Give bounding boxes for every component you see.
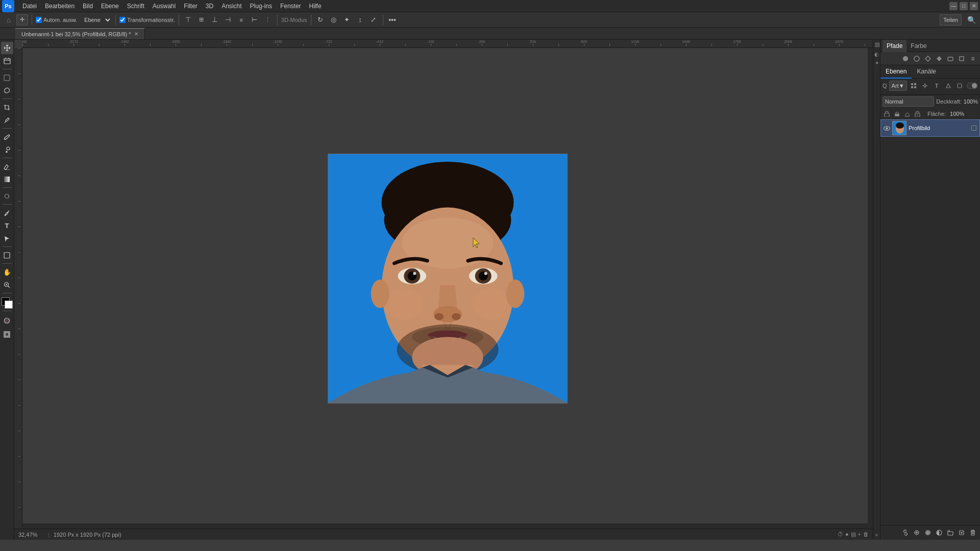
new-layer-btn[interactable] <box>957 528 967 538</box>
eyedropper-tool[interactable] <box>1 114 13 126</box>
tab-kanaele[interactable]: Kanäle <box>912 65 941 79</box>
brush-tool[interactable] <box>1 131 13 143</box>
filter-smartobj-icon[interactable] <box>955 81 965 91</box>
panel-options-icon[interactable]: ≡ <box>968 54 978 64</box>
stamp-tool[interactable] <box>1 143 13 156</box>
add-mask-btn[interactable] <box>923 528 933 538</box>
styles-panel-icon[interactable]: ✦ <box>875 60 879 66</box>
tool-preset-picker[interactable]: ✛ <box>16 14 28 26</box>
pen-tool[interactable] <box>1 207 13 219</box>
align-bottom-btn[interactable]: ⊥ <box>209 14 220 26</box>
align-top-btn[interactable]: ⊤ <box>183 14 194 26</box>
menu-hilfe[interactable]: Hilfe <box>305 0 326 12</box>
selection-tool[interactable] <box>1 71 13 84</box>
layer-icon-status[interactable]: ▤ <box>851 531 856 538</box>
layer-visibility-eye[interactable] <box>883 124 890 132</box>
vertical-scrollbar[interactable] <box>868 48 873 529</box>
gradient-tool[interactable] <box>1 173 13 185</box>
menu-plugins[interactable]: Plug-ins <box>246 0 276 12</box>
menu-auswahl[interactable]: Auswahl <box>149 0 180 12</box>
hand-tool[interactable]: ✋ <box>1 266 13 278</box>
record-icon[interactable]: ● <box>845 531 849 538</box>
align-hcenter-btn[interactable]: ≡ <box>236 14 247 26</box>
background-color[interactable] <box>5 300 13 309</box>
align-left-btn[interactable]: ⊣ <box>223 14 234 26</box>
canvas-area[interactable]: -2582-2272-1962-1652-1342-1032-722-412-1… <box>14 40 873 540</box>
menu-3d[interactable]: 3D <box>202 0 217 12</box>
panel-collapse-btn[interactable]: « <box>875 532 878 538</box>
close-button[interactable]: ✕ <box>970 2 978 10</box>
doc-tab-close[interactable]: ✕ <box>134 31 138 37</box>
share-button[interactable]: Teilen <box>940 14 962 26</box>
lock-all-icon[interactable] <box>913 110 921 118</box>
zoom-tool[interactable] <box>1 279 13 291</box>
align-vcenter-btn[interactable]: ⊞ <box>196 14 207 26</box>
lasso-tool[interactable] <box>1 84 13 96</box>
group-layers-btn[interactable] <box>945 528 955 538</box>
transform-checkbox[interactable] <box>119 17 126 23</box>
filter-type-select[interactable]: Art ▼ <box>889 81 907 91</box>
blend-mode-select[interactable]: Normal Abdunkeln Multiplizieren Aufhelle… <box>883 96 934 107</box>
diamond-shape-icon[interactable] <box>923 54 933 64</box>
autom-checkbox[interactable] <box>36 17 42 23</box>
filter-shape-icon[interactable] <box>943 81 953 91</box>
opacity-value[interactable]: 100% <box>964 98 978 105</box>
lock-pixel-icon[interactable] <box>893 110 901 118</box>
more-options-btn[interactable]: ••• <box>387 14 398 26</box>
diamond-filled-icon[interactable] <box>934 54 944 64</box>
canvas-container[interactable] <box>22 48 873 540</box>
ebene-select[interactable]: Ebene <box>79 14 112 26</box>
text-tool[interactable]: T <box>1 219 13 232</box>
slide-icon[interactable]: ↕ <box>355 14 366 26</box>
filter-adjustment-icon[interactable] <box>920 81 930 91</box>
delete-layer-btn[interactable] <box>968 528 978 538</box>
distribute-btn[interactable]: ⋮ <box>262 14 274 26</box>
tab-ebenen[interactable]: Ebenen <box>880 65 912 79</box>
menu-ansicht[interactable]: Ansicht <box>217 0 246 12</box>
adjustment-btn[interactable] <box>934 528 944 538</box>
search-button[interactable]: 🔍 <box>966 14 977 26</box>
menu-datei[interactable]: Datei <box>18 0 41 12</box>
move-tool[interactable] <box>1 42 13 54</box>
tab-pfade[interactable]: Pfade <box>883 40 906 52</box>
menu-bild[interactable]: Bild <box>79 0 97 12</box>
blur-tool[interactable] <box>1 190 13 202</box>
crop-tool[interactable] <box>1 101 13 113</box>
adjustments-panel-icon[interactable]: ◐ <box>874 52 879 57</box>
menu-bearbeiten[interactable]: Bearbeiten <box>41 0 79 12</box>
filter-toggle[interactable] <box>967 83 978 89</box>
menu-schrift[interactable]: Schrift <box>123 0 149 12</box>
eraser-tool[interactable] <box>1 160 13 172</box>
quick-mask-tool[interactable] <box>1 314 13 327</box>
filter-text-icon[interactable]: T <box>932 81 942 91</box>
layers-panel-icon[interactable]: ▤ <box>873 42 880 48</box>
timeline-icon[interactable]: ⏱ <box>838 531 843 538</box>
layer-item-profilbild[interactable]: Profilbild <box>880 119 980 137</box>
lock-artboard-icon[interactable] <box>903 110 911 118</box>
screen-mode-btn[interactable] <box>1 328 13 340</box>
doc-tab[interactable]: Unbenannt-1 bei 32,5% (Profilbild, RGB/8… <box>15 28 145 39</box>
rect-small-icon[interactable] <box>957 54 967 64</box>
rectangle-tool[interactable] <box>1 249 13 261</box>
color-swatches[interactable] <box>2 297 13 309</box>
home-button[interactable]: ⌂ <box>3 14 14 26</box>
circle-shape-icon[interactable] <box>900 54 911 64</box>
path-selection-tool[interactable] <box>1 232 13 244</box>
delete-layer-status[interactable]: 🗑 <box>863 531 869 538</box>
layer-link-icon[interactable] <box>971 126 976 131</box>
align-right-btn[interactable]: ⊢ <box>249 14 260 26</box>
ring-shape-icon[interactable] <box>912 54 922 64</box>
layer-style-btn[interactable] <box>912 528 922 538</box>
artboard-tool[interactable] <box>1 55 13 67</box>
rotate-icon[interactable]: ↻ <box>315 14 326 26</box>
link-layers-btn[interactable] <box>900 528 911 538</box>
pan-icon[interactable]: ✦ <box>341 14 353 26</box>
menu-ebene[interactable]: Ebene <box>97 0 123 12</box>
lock-position-icon[interactable] <box>883 110 891 118</box>
menu-fenster[interactable]: Fenster <box>276 0 305 12</box>
fill-value[interactable]: 100% <box>950 111 964 117</box>
horizontal-scrollbar[interactable] <box>22 523 873 529</box>
scale-icon[interactable]: ⤢ <box>368 14 379 26</box>
maximize-button[interactable]: □ <box>960 2 968 10</box>
minimize-button[interactable]: — <box>949 2 958 10</box>
